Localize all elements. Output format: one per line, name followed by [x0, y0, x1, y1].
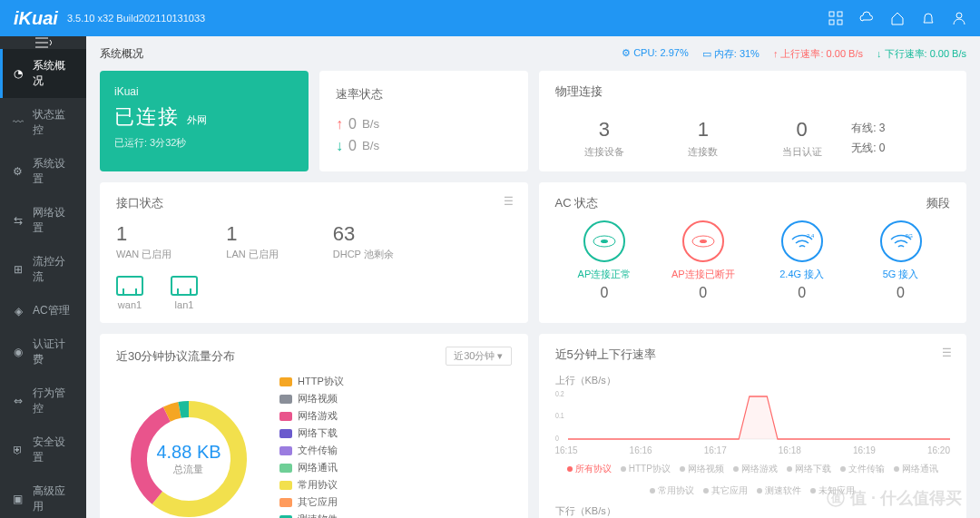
ac-item-0: AP连接正常0 [555, 220, 654, 301]
svg-text:0.2: 0.2 [555, 389, 564, 398]
traffic-legend-item[interactable]: 网络游戏 [733, 463, 778, 475]
traffic-legend-item[interactable]: 测速软件 [757, 484, 801, 497]
legend-item[interactable]: 测速软件 [279, 513, 344, 518]
dot-icon [567, 466, 573, 472]
dot-icon [703, 488, 709, 494]
traffic-legend-item[interactable]: 文件传输 [840, 463, 885, 475]
cloud-icon[interactable] [859, 11, 874, 25]
nav-icon: ⚙ [11, 164, 25, 179]
nav-icon: ◔ [11, 66, 25, 81]
svg-text:0.1: 0.1 [555, 411, 564, 420]
mem-status: ▭ 内存: 31% [702, 47, 760, 61]
ethernet-icon [116, 276, 143, 296]
conn-brand: iKuai [114, 85, 294, 98]
traffic-legend-item[interactable]: 网络通讯 [894, 463, 938, 475]
legend-dot-icon [279, 412, 292, 421]
connection-card: iKuai 已连接 外网 已运行: 3分32秒 [100, 71, 309, 171]
legend-item[interactable]: 网络视频 [279, 392, 344, 406]
status-bar: ⚙ CPU: 2.97% ▭ 内存: 31% ↑ 上行速率: 0.00 B/s … [622, 47, 966, 61]
sidebar-item-6[interactable]: ◉认证计费 [0, 327, 86, 376]
dot-icon [733, 466, 739, 472]
legend-item[interactable]: 其它应用 [279, 495, 344, 509]
traffic-legend-item[interactable]: 其它应用 [703, 484, 748, 497]
legend-item[interactable]: HTTP协议 [279, 375, 344, 388]
protocol-card: 近30分钟协议流量分布 近30分钟 ▾ 4.88 KB 总流量 [100, 334, 528, 518]
sidebar-item-3[interactable]: ⇆网络设置 [0, 196, 86, 245]
sidebar-item-7[interactable]: ⇔行为管控 [0, 376, 86, 425]
legend-item[interactable]: 网络通讯 [279, 461, 344, 474]
sidebar-item-9[interactable]: ▣高级应用 [0, 474, 86, 518]
ethernet-icon [171, 276, 198, 296]
svg-rect-2 [829, 20, 834, 24]
sidebar-item-0[interactable]: ◔系统概况 [0, 49, 86, 98]
port-wan1[interactable]: wan1 [116, 276, 143, 310]
up-status: ↑ 上行速率: 0.00 B/s [773, 47, 863, 61]
legend-dot-icon [279, 377, 292, 386]
bell-icon[interactable] [921, 11, 936, 25]
svg-text:0: 0 [555, 434, 559, 443]
ac-icon: 5G [880, 220, 922, 262]
legend-item[interactable]: 常用协议 [279, 478, 344, 492]
legend-item[interactable]: 网络游戏 [279, 409, 344, 423]
traffic-legend-item[interactable]: HTTP协议 [621, 463, 671, 475]
nav-icon: ◈ [11, 304, 25, 318]
rate-title: 速率状态 [336, 86, 512, 103]
brand-logo: iKuai [14, 8, 58, 29]
dot-icon [894, 466, 899, 472]
physical-card: 物理连接 3连接设备 1连接数 0当日认证 有线: 3 无线: 0 [539, 71, 967, 171]
legend-item[interactable]: 网络下载 [279, 426, 344, 440]
phys-title: 物理连接 [555, 83, 951, 100]
ac-item-1: AP连接已断开0 [653, 220, 752, 301]
ac-title: AC 状态 [555, 195, 599, 211]
apps-icon[interactable] [828, 11, 843, 25]
svg-point-4 [956, 13, 962, 18]
legend-dot-icon [279, 481, 292, 490]
watermark: 值 值 · 什么值得买 [827, 487, 962, 509]
conn-uptime: 已运行: 3分32秒 [114, 136, 294, 150]
card-menu-icon[interactable]: ☰ [504, 195, 514, 208]
iface-title: 接口状态 [116, 195, 512, 211]
home-icon[interactable] [890, 11, 905, 25]
sidebar: ◔系统概况〰状态监控⚙系统设置⇆网络设置⊞流控分流◈AC管理◉认证计费⇔行为管控… [0, 36, 86, 518]
sidebar-item-5[interactable]: ◈AC管理 [0, 294, 86, 327]
dot-icon [787, 466, 792, 472]
dot-icon [757, 488, 762, 494]
nav-icon: 〰 [11, 115, 25, 130]
svg-text:值: 值 [829, 493, 840, 503]
sidebar-item-8[interactable]: ⛨安全设置 [0, 425, 86, 474]
nav-icon: ⊞ [11, 262, 25, 277]
sidebar-item-4[interactable]: ⊞流控分流 [0, 245, 86, 294]
sidebar-label: 状态监控 [33, 107, 75, 138]
traffic-legend-item[interactable]: 网络下载 [787, 463, 831, 475]
traffic-legend-item[interactable]: 常用协议 [650, 484, 694, 497]
sidebar-item-2[interactable]: ⚙系统设置 [0, 147, 86, 196]
dot-icon [650, 488, 655, 494]
sidebar-label: 认证计费 [33, 337, 75, 367]
legend-dot-icon [279, 446, 292, 455]
user-icon[interactable] [952, 11, 966, 25]
ac-icon [682, 220, 724, 262]
ac-icon [583, 220, 625, 262]
topbar: iKuai 3.5.10 x32 Build202110131033 [0, 0, 980, 36]
conn-status: 已连接 外网 [114, 103, 294, 131]
sidebar-label: 系统概况 [33, 58, 75, 89]
port-lan1[interactable]: lan1 [171, 276, 198, 310]
legend-dot-icon [279, 429, 292, 438]
ac-item-3: 5G5G 接入0 [851, 220, 950, 301]
dot-icon [680, 466, 685, 472]
up-arrow-icon: ↑ [336, 116, 343, 132]
up-chart-title: 上行（KB/s） [555, 374, 951, 387]
cpu-status: ⚙ CPU: 2.97% [622, 47, 689, 61]
traffic-legend-item[interactable]: 网络视频 [680, 463, 724, 475]
rate-card: 速率状态 ↑ 0 B/s ↓ 0 B/s [319, 71, 528, 171]
time-selector[interactable]: 近30分钟 ▾ [446, 347, 511, 366]
traffic-title: 近5分钟上下行速率 [555, 347, 951, 363]
nav-icon: ▣ [11, 492, 25, 506]
svg-rect-3 [838, 20, 842, 24]
sidebar-item-1[interactable]: 〰状态监控 [0, 98, 86, 147]
traffic-legend-item[interactable]: 所有协议 [567, 463, 612, 475]
nav-icon: ◉ [11, 345, 25, 359]
card-menu-icon[interactable]: ☰ [942, 347, 952, 359]
legend-item[interactable]: 文件传输 [279, 444, 344, 457]
sidebar-toggle[interactable] [0, 36, 86, 49]
